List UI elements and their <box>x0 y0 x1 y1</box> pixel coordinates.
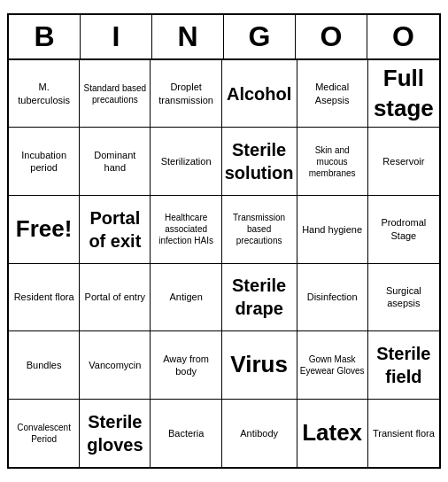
cell-r2-c4: Hand hygiene <box>297 196 368 264</box>
cell-r1-c1: Dominant hand <box>80 128 151 196</box>
cell-r0-c0: M. tuberculosis <box>9 60 80 128</box>
cell-r3-c5: Surgical asepsis <box>368 264 439 332</box>
cell-r2-c5: Prodromal Stage <box>368 196 439 264</box>
cell-r3-c4: Disinfection <box>297 264 368 332</box>
header-letter-g-3: G <box>224 15 296 58</box>
cell-r0-c4: Medical Asepsis <box>297 60 368 128</box>
bingo-header: BINGOO <box>9 15 439 60</box>
cell-r4-c4: Gown Mask Eyewear Gloves <box>297 331 368 400</box>
cell-r4-c1: Vancomycin <box>80 331 151 400</box>
cell-r5-c2: Bacteria <box>151 400 221 468</box>
cell-r3-c2: Antigen <box>151 264 221 332</box>
cell-r3-c1: Portal of entry <box>80 264 151 332</box>
cell-r2-c3: Transmission based precautions <box>222 196 297 264</box>
header-letter-i-1: I <box>81 15 152 58</box>
cell-r5-c1: Sterile gloves <box>80 400 151 468</box>
cell-r5-c5: Transient flora <box>368 400 439 468</box>
cell-r4-c5: Sterile field <box>368 331 439 400</box>
cell-r0-c1: Standard based precautions <box>80 60 151 128</box>
cell-r5-c4: Latex <box>297 400 368 468</box>
header-letter-n-2: N <box>152 15 224 58</box>
cell-r1-c5: Reservoir <box>368 128 439 196</box>
cell-r1-c4: Skin and mucous membranes <box>297 128 368 196</box>
bingo-grid: M. tuberculosisStandard based precaution… <box>9 60 439 468</box>
cell-r1-c2: Sterilization <box>151 128 221 196</box>
cell-r4-c2: Away from body <box>151 331 221 400</box>
bingo-card: BINGOO M. tuberculosisStandard based pre… <box>7 13 441 470</box>
cell-r0-c5: Full stage <box>368 60 439 128</box>
header-letter-o-4: O <box>296 15 367 58</box>
cell-r3-c0: Resident flora <box>9 264 80 332</box>
cell-r2-c2: Healthcare associated infection HAIs <box>151 196 221 264</box>
cell-r0-c3: Alcohol <box>222 60 297 128</box>
cell-r4-c0: Bundles <box>9 331 80 400</box>
cell-r0-c2: Droplet transmission <box>151 60 221 128</box>
header-letter-b-0: B <box>9 15 81 58</box>
cell-r1-c3: Sterile solution <box>222 128 297 196</box>
cell-r2-c1: Portal of exit <box>80 196 151 264</box>
cell-r3-c3: Sterile drape <box>222 264 297 332</box>
header-letter-o-5: O <box>367 15 439 58</box>
cell-r5-c3: Antibody <box>222 400 297 468</box>
cell-r4-c3: Virus <box>222 331 297 400</box>
cell-r2-c0: Free! <box>9 196 80 264</box>
cell-r1-c0: Incubation period <box>9 128 80 196</box>
cell-r5-c0: Convalescent Period <box>9 400 80 468</box>
